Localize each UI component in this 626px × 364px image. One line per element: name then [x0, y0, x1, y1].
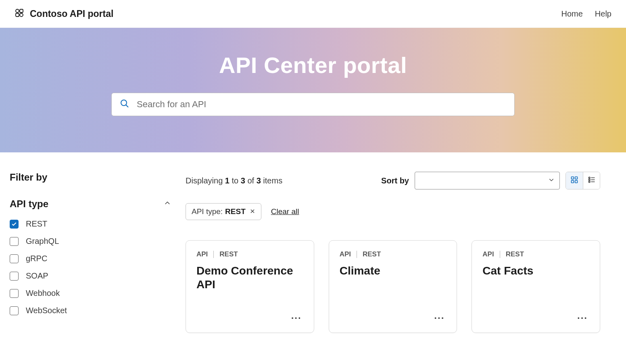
checkbox-icon [10, 289, 19, 298]
list-icon [588, 176, 596, 185]
results-toolbar: Displaying 1 to 3 of 3 items Sort by [186, 172, 600, 189]
nav-links: Home Help [561, 9, 612, 19]
sort-group: Sort by [381, 172, 600, 189]
search-container [111, 93, 515, 116]
svg-rect-10 [588, 177, 590, 178]
filter-sidebar: Filter by API type REST GraphQL [10, 172, 171, 333]
list-view-button[interactable] [583, 172, 600, 189]
api-card[interactable]: API REST Cat Facts ··· [472, 240, 600, 333]
main-content: Filter by API type REST GraphQL [0, 152, 626, 349]
chevron-up-icon [164, 200, 171, 208]
facet-label: gRPC [26, 254, 47, 263]
filter-by-title: Filter by [10, 172, 171, 183]
svg-line-5 [126, 105, 128, 107]
svg-point-0 [16, 9, 19, 12]
brand-title: Contoso API portal [30, 8, 113, 19]
checkbox-icon [10, 254, 19, 263]
facet-list: REST GraphQL gRPC SOAP Webhook WebSocket [10, 219, 171, 315]
card-tags: API REST [340, 250, 447, 258]
svg-rect-7 [575, 177, 578, 179]
top-nav: Contoso API portal Home Help [0, 0, 626, 28]
facet-item-grpc[interactable]: gRPC [10, 254, 171, 263]
facet-label: GraphQL [26, 237, 59, 246]
more-options-button[interactable]: ··· [576, 311, 589, 325]
checkbox-icon [10, 272, 19, 281]
facet-item-webhook[interactable]: Webhook [10, 289, 171, 298]
sort-label: Sort by [381, 176, 409, 185]
card-tags: API REST [482, 250, 589, 258]
search-input[interactable] [137, 99, 506, 110]
facet-label: REST [26, 219, 47, 229]
nav-link-home[interactable]: Home [561, 9, 583, 19]
active-filters: API type: REST Clear all [186, 203, 600, 220]
svg-rect-12 [588, 179, 590, 180]
facet-header-api-type[interactable]: API type [10, 198, 171, 210]
results-section: Displaying 1 to 3 of 3 items Sort by [186, 172, 616, 333]
svg-rect-14 [588, 181, 590, 182]
facet-label: SOAP [26, 271, 48, 281]
svg-point-3 [20, 13, 23, 17]
facet-item-graphql[interactable]: GraphQL [10, 237, 171, 246]
remove-chip-button[interactable] [248, 207, 255, 216]
api-card[interactable]: API REST Climate ··· [329, 240, 457, 333]
more-options-button[interactable]: ··· [432, 311, 446, 325]
svg-rect-2 [16, 13, 19, 17]
separator [357, 251, 357, 258]
search-icon [120, 99, 129, 110]
sort-select[interactable] [415, 172, 560, 189]
filter-chip-api-type: API type: REST [186, 203, 261, 220]
facet-item-websocket[interactable]: WebSocket [10, 306, 171, 315]
clear-all-button[interactable]: Clear all [271, 207, 299, 216]
api-card[interactable]: API REST Demo Conference API ··· [186, 240, 314, 333]
card-title: Climate [340, 264, 447, 278]
svg-rect-8 [572, 181, 574, 183]
svg-rect-9 [575, 181, 578, 183]
card-title: Cat Facts [482, 264, 589, 278]
svg-rect-6 [572, 177, 574, 179]
checkbox-icon [10, 220, 19, 229]
hero-title: API Center portal [0, 52, 626, 78]
facet-label: Webhook [26, 289, 60, 298]
facet-item-rest[interactable]: REST [10, 219, 171, 229]
more-options-button[interactable]: ··· [290, 311, 303, 325]
checkbox-icon [10, 306, 19, 315]
svg-point-4 [121, 100, 127, 106]
brand-icon [15, 8, 24, 19]
chevron-down-icon [548, 177, 555, 185]
grid-icon [570, 176, 578, 185]
separator [213, 251, 214, 258]
results-count: Displaying 1 to 3 of 3 items [186, 176, 282, 185]
view-toggle [565, 172, 600, 189]
brand[interactable]: Contoso API portal [15, 8, 113, 19]
facet-item-soap[interactable]: SOAP [10, 271, 171, 281]
svg-rect-1 [20, 9, 23, 12]
nav-link-help[interactable]: Help [595, 9, 611, 19]
hero-banner: API Center portal [0, 28, 626, 152]
card-grid: API REST Demo Conference API ··· API RES… [186, 240, 600, 333]
card-title: Demo Conference API [196, 264, 303, 291]
separator [500, 251, 500, 258]
checkbox-icon [10, 237, 19, 246]
facet-label: WebSocket [26, 306, 67, 315]
grid-view-button[interactable] [566, 172, 583, 189]
card-tags: API REST [196, 250, 303, 258]
facet-title: API type [10, 198, 48, 210]
